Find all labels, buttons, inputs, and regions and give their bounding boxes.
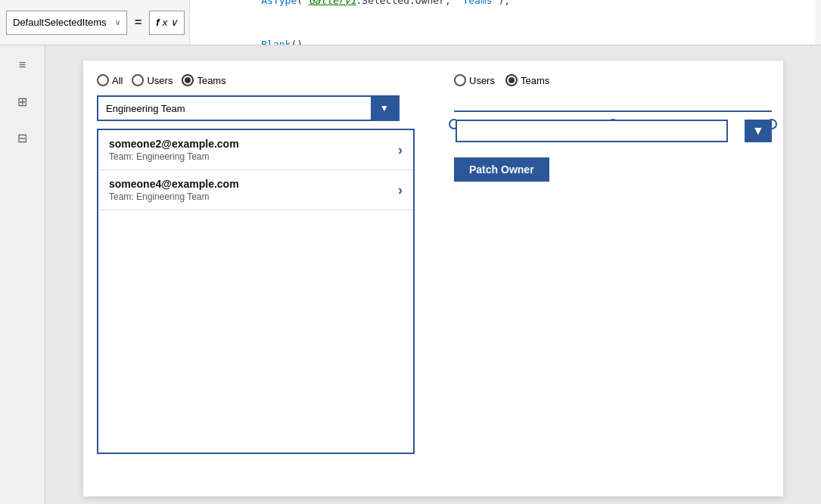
sidebar-menu-icon[interactable]: ≡: [12, 54, 33, 76]
radio-right-teams-circle: [505, 74, 518, 86]
sidebar-components-icon[interactable]: ⊟: [12, 127, 33, 148]
property-dropdown-chevron: ∨: [115, 18, 120, 26]
slider-track: [454, 110, 772, 112]
property-dropdown[interactable]: DefaultSelectedItems ∨: [6, 11, 127, 35]
right-panel: Users Teams ▼ Patch O: [454, 74, 760, 182]
gallery-item-0[interactable]: someone2@example.com Team: Engineering T…: [98, 130, 413, 170]
gallery-empty-area: [98, 210, 413, 453]
radio-users-label: Users: [147, 75, 173, 86]
team-dropdown[interactable]: Engineering Team ▼: [97, 95, 400, 121]
radio-right-users-label: Users: [469, 75, 495, 86]
radio-users-circle: [132, 74, 144, 86]
property-dropdown-label: DefaultSelectedItems: [13, 17, 107, 28]
gallery-item-arrow-1: ›: [398, 182, 403, 198]
app-canvas: All Users Teams Engineering Team ▼ someo…: [83, 61, 783, 496]
fx-label: f: [156, 17, 159, 28]
gallery-item-email-1: someone4@example.com: [109, 178, 239, 190]
gallery-item-team-1: Team: Engineering Team: [109, 191, 239, 202]
slider-dropdown-button[interactable]: ▼: [745, 120, 772, 142]
radio-teams-circle: [182, 74, 194, 86]
radio-right-teams-label: Teams: [521, 75, 549, 86]
formula-code-area[interactable]: If( IsType( Gallery1.Selected.Owner, Tea…: [189, 0, 815, 45]
radio-right-users[interactable]: Users: [454, 74, 495, 86]
code-line-2: AsType( Gallery1.Selected.Owner, Teams )…: [196, 0, 809, 23]
radio-group-left: All Users Teams: [97, 74, 226, 86]
left-sidebar: ≡ ⊞ ⊟: [0, 45, 45, 504]
radio-all-label: All: [112, 75, 123, 86]
fx-chevron: ∨: [170, 17, 178, 28]
gallery-item-email-0: someone2@example.com: [109, 138, 239, 150]
radio-right-users-circle: [454, 74, 466, 86]
gallery-item-team-0: Team: Engineering Team: [109, 151, 239, 162]
patch-owner-button[interactable]: Patch Owner: [454, 157, 549, 182]
code-line-3: Blank(): [196, 23, 809, 45]
fx-button[interactable]: fx ∨: [149, 11, 185, 35]
gallery-item-content-0: someone2@example.com Team: Engineering T…: [109, 138, 239, 162]
gallery-item-content-1: someone4@example.com Team: Engineering T…: [109, 178, 239, 202]
radio-group-right: Users Teams: [454, 74, 760, 86]
formula-bar: DefaultSelectedItems ∨ = fx ∨ If( IsType…: [0, 0, 821, 45]
equals-sign: =: [132, 16, 145, 30]
team-dropdown-chevron[interactable]: ▼: [371, 97, 398, 120]
gallery-item-arrow-0: ›: [398, 142, 403, 158]
canvas-area: All Users Teams Engineering Team ▼ someo…: [45, 45, 821, 504]
radio-teams[interactable]: Teams: [182, 74, 225, 86]
slider-input[interactable]: [456, 120, 728, 142]
gallery-list: someone2@example.com Team: Engineering T…: [97, 129, 415, 454]
fx-x: x: [163, 17, 168, 28]
sidebar-layers-icon[interactable]: ⊞: [12, 91, 33, 112]
radio-teams-label: Teams: [197, 75, 225, 86]
gallery-item-1[interactable]: someone4@example.com Team: Engineering T…: [98, 170, 413, 210]
radio-all-circle: [97, 74, 109, 86]
slider-chevron: ▼: [752, 124, 764, 138]
radio-right-teams[interactable]: Teams: [505, 74, 549, 86]
radio-all[interactable]: All: [97, 74, 123, 86]
team-dropdown-value: Engineering Team: [106, 103, 185, 114]
slider-area[interactable]: ▼: [454, 97, 772, 139]
radio-users[interactable]: Users: [132, 74, 173, 86]
